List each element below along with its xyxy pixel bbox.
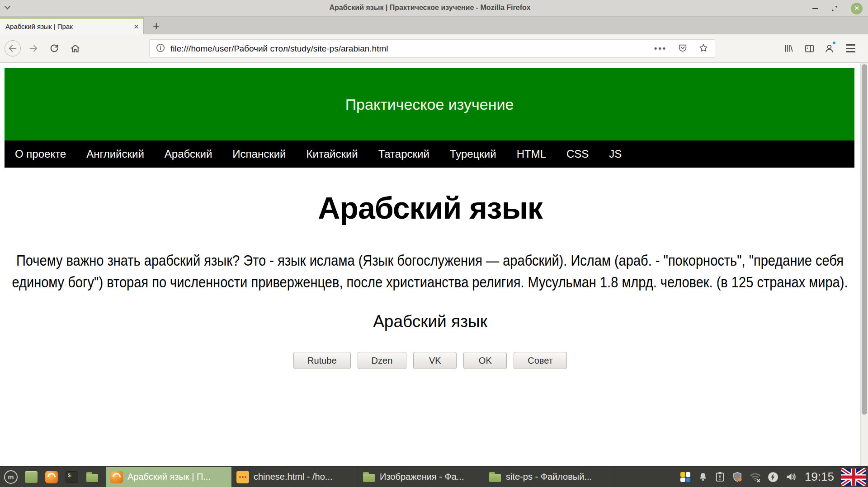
- bookmark-star-icon[interactable]: [698, 43, 708, 55]
- taskbar-window-label: site-ps - Файловый...: [506, 472, 592, 482]
- site-nav-item[interactable]: CSS: [566, 148, 589, 160]
- tab-bar: Арабский язык | Прак × +: [0, 17, 868, 34]
- intro-paragraph: Почему важно знать арабский язык? Это - …: [5, 250, 855, 293]
- tab-title: Арабский язык | Прак: [5, 23, 131, 30]
- site-info-icon[interactable]: [156, 43, 165, 54]
- scrollbar-thumb[interactable]: [862, 64, 867, 415]
- site-nav-item[interactable]: Турецкий: [450, 148, 496, 160]
- site-nav-item[interactable]: HTML: [517, 148, 546, 160]
- firewall-shield-icon[interactable]: [731, 471, 743, 483]
- social-button-dzen[interactable]: Dzen: [358, 352, 407, 369]
- clock[interactable]: 19:15: [805, 470, 834, 484]
- site-nav-item[interactable]: Китайский: [307, 148, 358, 160]
- reload-icon[interactable]: [46, 40, 62, 56]
- vertical-scrollbar[interactable]: [860, 63, 868, 466]
- mint-menu-button[interactable]: m: [4, 470, 18, 484]
- terminal-launcher-icon[interactable]: $-: [65, 470, 79, 484]
- site-nav-item[interactable]: Татарский: [378, 148, 429, 160]
- site-nav: О проектеАнглийскийАрабскийИспанскийКита…: [5, 140, 854, 168]
- folder-icon: [489, 471, 501, 483]
- page-actions-icon[interactable]: •••: [654, 44, 667, 53]
- page-title: Арабский язык: [0, 190, 860, 225]
- account-icon[interactable]: [821, 40, 837, 56]
- tab-active[interactable]: Арабский язык | Прак ×: [0, 18, 144, 34]
- clipboard-updates-icon[interactable]: [714, 471, 726, 482]
- site-nav-item[interactable]: Арабский: [165, 148, 212, 160]
- taskbar-window-button[interactable]: site-ps - Файловый...: [484, 467, 610, 487]
- site-banner: Практическое изучение: [5, 68, 854, 140]
- new-tab-button[interactable]: +: [153, 20, 160, 32]
- social-button-vk[interactable]: VK: [413, 352, 457, 369]
- browser-toolbar: file:///home/user/Рабочий стол/study/sit…: [0, 34, 868, 63]
- notifications-bell-icon[interactable]: [698, 472, 708, 482]
- titlebar-chevron-icon[interactable]: [5, 4, 10, 9]
- desktop-screen: Арабский язык | Практическое изучение - …: [0, 0, 868, 487]
- window-title: Арабский язык | Практическое изучение - …: [330, 4, 531, 12]
- window-titlebar: Арабский язык | Практическое изучение - …: [0, 0, 868, 17]
- power-manager-icon[interactable]: [767, 471, 779, 483]
- page-subtitle: Арабский язык: [0, 312, 860, 331]
- social-button-rutube[interactable]: Rutube: [293, 352, 351, 369]
- volume-icon[interactable]: [785, 471, 797, 483]
- social-button-ok[interactable]: OK: [463, 352, 507, 369]
- url-text[interactable]: file:///home/user/Рабочий стол/study/sit…: [170, 44, 654, 54]
- network-offline-icon[interactable]: [749, 471, 761, 483]
- social-buttons-row: RutubeDzenVKOKСовет: [0, 352, 860, 369]
- firefox-launcher-icon[interactable]: [44, 470, 59, 484]
- taskbar-window-label: chinese.html - /ho...: [254, 472, 333, 482]
- taskbar-window-button[interactable]: chinese.html - /ho...: [232, 467, 358, 487]
- taskbar-window-label: Изображения - Фа...: [380, 472, 464, 482]
- menu-hamburger-icon[interactable]: [843, 40, 859, 56]
- files-launcher-icon[interactable]: [85, 470, 99, 484]
- site-nav-item[interactable]: Английский: [86, 148, 144, 160]
- window-list: Арабский язык | П...chinese.html - /ho..…: [106, 467, 610, 487]
- library-icon[interactable]: [780, 40, 797, 56]
- keyboard-layout-flag-icon[interactable]: [841, 468, 866, 486]
- show-desktop-button[interactable]: [24, 470, 38, 484]
- url-bar[interactable]: file:///home/user/Рабочий стол/study/sit…: [149, 39, 715, 58]
- site-nav-item[interactable]: JS: [609, 148, 622, 160]
- site-banner-title: Практическое изучение: [345, 96, 514, 113]
- forward-icon[interactable]: [25, 40, 42, 56]
- taskbar-window-button[interactable]: Изображения - Фа...: [358, 467, 484, 487]
- site-nav-item[interactable]: О проекте: [15, 148, 66, 160]
- home-icon[interactable]: [67, 40, 83, 56]
- social-button-совет[interactable]: Совет: [514, 352, 567, 369]
- apps-grid-tray-icon[interactable]: [679, 471, 692, 483]
- text-editor-icon: [236, 471, 249, 483]
- back-icon[interactable]: [5, 40, 21, 56]
- pocket-icon[interactable]: [678, 43, 688, 55]
- minimize-button[interactable]: [812, 8, 818, 9]
- sidebar-icon[interactable]: [801, 40, 817, 56]
- taskbar-window-button[interactable]: Арабский язык | П...: [106, 467, 232, 487]
- site-nav-item[interactable]: Испанский: [232, 148, 286, 160]
- taskbar: m $- Арабский язык | П...chinese.html - …: [0, 466, 868, 487]
- tab-close-icon[interactable]: ×: [134, 22, 139, 31]
- restore-button[interactable]: [831, 5, 838, 12]
- page-viewport: Практическое изучение О проектеАнглийски…: [0, 63, 868, 466]
- account-notification-dot: [832, 41, 836, 45]
- folder-icon: [363, 471, 375, 483]
- taskbar-window-label: Арабский язык | П...: [127, 472, 211, 482]
- close-button[interactable]: [851, 3, 863, 14]
- firefox-icon: [110, 471, 123, 483]
